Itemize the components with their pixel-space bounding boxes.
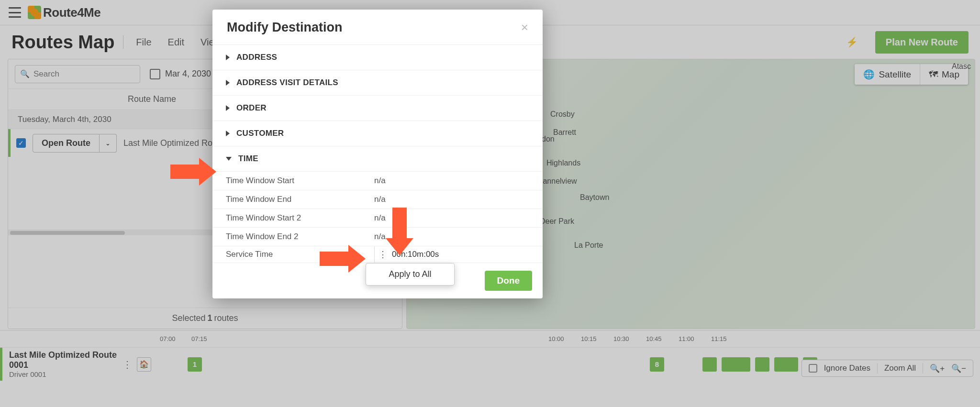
field-time-window-end-2[interactable]: Time Window End 2 n/a xyxy=(212,228,543,246)
section-visit-details[interactable]: ADDRESS VISIT DETAILS xyxy=(212,70,543,96)
field-service-time: Service Time ⋮ xyxy=(212,246,543,263)
field-time-window-start[interactable]: Time Window Start n/a xyxy=(212,172,543,190)
caret-right-icon xyxy=(226,55,230,60)
caret-right-icon xyxy=(226,131,230,136)
annotation-arrow-down xyxy=(386,208,413,257)
modal-title: Modify Destination xyxy=(227,20,521,35)
modal-header: Modify Destination × xyxy=(212,10,543,45)
caret-right-icon xyxy=(226,105,230,111)
close-icon[interactable]: × xyxy=(521,20,528,35)
section-address[interactable]: ADDRESS xyxy=(212,45,543,70)
caret-down-icon xyxy=(226,157,232,161)
section-time[interactable]: TIME xyxy=(212,146,543,172)
section-order[interactable]: ORDER xyxy=(212,96,543,121)
annotation-arrow-time xyxy=(170,158,218,186)
annotation-arrow-service xyxy=(320,245,368,273)
section-customer[interactable]: CUSTOMER xyxy=(212,121,543,146)
caret-right-icon xyxy=(226,80,230,86)
field-time-window-end[interactable]: Time Window End n/a xyxy=(212,190,543,209)
field-time-window-start-2[interactable]: Time Window Start 2 n/a xyxy=(212,209,543,228)
modify-destination-modal: Modify Destination × ADDRESS ADDRESS VIS… xyxy=(212,10,543,298)
apply-to-all-label: Apply to All xyxy=(389,269,431,279)
apply-to-all-popup[interactable]: Apply to All xyxy=(366,263,455,286)
done-button[interactable]: Done xyxy=(485,271,533,291)
